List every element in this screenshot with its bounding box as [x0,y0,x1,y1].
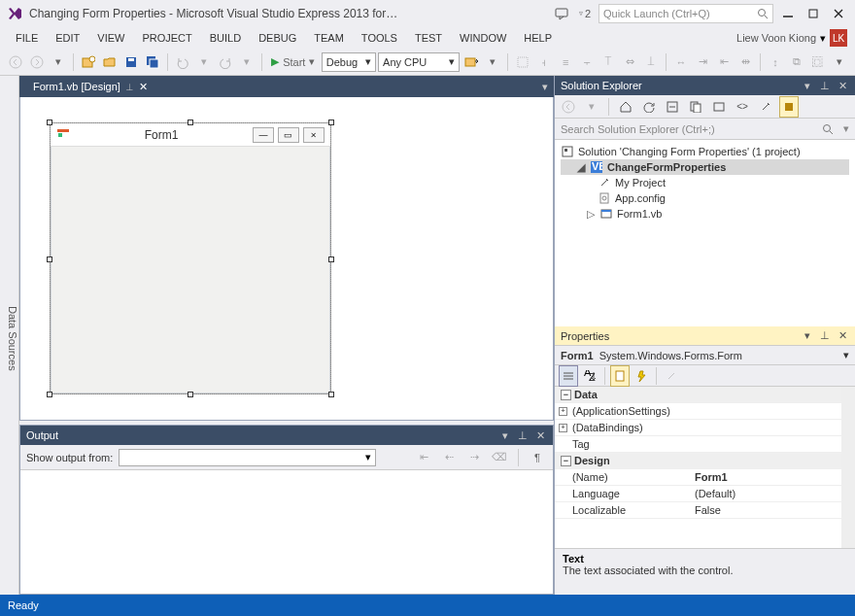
chevron-down-icon[interactable]: ▾ [194,51,214,73]
collapse-all-icon[interactable] [663,96,682,118]
align-left-button[interactable]: ⫞ [534,51,554,73]
collapse-icon[interactable]: − [561,456,571,466]
properties-object-selector[interactable]: Form1 System.Windows.Forms.Form ▾ [555,346,855,365]
hspace-remove-button[interactable]: ⇹ [735,51,755,73]
resize-handle[interactable] [328,392,334,397]
hspace-inc-button[interactable]: ⇥ [693,51,712,73]
resize-handle[interactable] [47,120,52,125]
close-icon[interactable]: ✕ [836,329,849,343]
expand-icon[interactable]: + [559,424,567,432]
solution-tree[interactable]: Solution 'Changing Form Properties' (1 p… [555,140,855,326]
collapse-icon[interactable]: − [561,390,571,400]
tree-node-project[interactable]: ◢ VB ChangeFormProperties [561,159,849,175]
window-position-icon[interactable]: ▾ [801,79,814,92]
align-bottom-button[interactable]: ⟘ [641,51,661,73]
window-position-icon[interactable]: ▾ [801,329,814,343]
align-grid-button[interactable] [513,51,532,73]
solution-explorer-header[interactable]: Solution Explorer ▾ ⊥ ✕ [555,76,855,95]
quick-launch-input[interactable]: Quick Launch (Ctrl+Q) [598,4,773,23]
hspace-dec-button[interactable]: ⇤ [714,51,734,73]
resize-handle[interactable] [328,120,334,125]
open-file-button[interactable] [100,51,120,73]
align-right-button[interactable]: ⫟ [577,51,597,73]
hspace-equal-button[interactable]: ↔ [671,51,691,73]
alphabetical-icon[interactable]: AZ [580,365,599,387]
start-debug-button[interactable]: ▶ Start ▾ [267,51,320,73]
pin-icon[interactable]: ⟂ [126,81,133,92]
notifications-icon[interactable]: 2 [575,4,595,23]
properties-header[interactable]: Properties ▾ ⊥ ✕ [555,326,855,346]
align-center-button[interactable]: ≡ [556,51,575,73]
back-icon[interactable] [559,96,578,118]
prop-value[interactable]: (Default) [691,486,841,501]
prop-value[interactable]: Form1 [691,469,841,485]
undo-button[interactable] [173,51,192,73]
tree-node-myproject[interactable]: My Project [561,175,849,190]
redo-button[interactable] [216,51,235,73]
user-account[interactable]: Liew Voon Kiong ▾ LK [736,29,847,47]
menu-project[interactable]: PROJECT [134,30,199,46]
show-all-files-icon[interactable] [686,96,705,118]
output-source-dropdown[interactable]: ▾ [119,449,376,466]
menu-team[interactable]: TEAM [306,30,352,46]
tree-node-solution[interactable]: Solution 'Changing Form Properties' (1 p… [561,144,849,159]
pin-icon[interactable]: ⊥ [516,428,530,442]
close-icon[interactable]: ✕ [139,81,148,93]
twisty-collapsed-icon[interactable]: ▷ [586,208,596,221]
resize-handle[interactable] [188,120,193,125]
new-project-button[interactable] [79,51,98,73]
resize-handle[interactable] [188,392,193,397]
data-sources-tab[interactable]: Data Sources [0,76,19,595]
find-message-button[interactable]: ⇤ [414,447,433,468]
properties-grid[interactable]: −Data +(ApplicationSettings) +(DataBindi… [555,387,841,548]
pin-icon[interactable]: ⊥ [818,329,832,343]
chevron-down-icon[interactable]: ▾ [843,122,849,135]
preview-icon[interactable] [709,96,729,118]
menu-tools[interactable]: TOOLS [354,30,405,46]
chevron-down-icon[interactable]: ▾ [49,51,68,73]
prop-value[interactable] [691,436,841,452]
prop-value[interactable]: False [691,502,841,518]
save-button[interactable] [121,51,141,73]
menu-help[interactable]: HELP [516,30,560,46]
feedback-icon[interactable] [552,4,571,23]
chevron-down-icon[interactable]: ▾ [483,51,502,73]
vspace-equal-button[interactable]: ↕ [766,51,785,73]
tree-node-appconfig[interactable]: App.config [561,190,849,206]
resize-handle[interactable] [47,257,52,262]
menu-file[interactable]: FILE [8,30,46,46]
events-icon[interactable] [632,365,651,387]
menu-edit[interactable]: EDIT [48,30,87,46]
menu-view[interactable]: VIEW [89,30,132,46]
prev-message-button[interactable]: ⇠ [439,447,459,468]
output-header[interactable]: Output ▾ ⊥ ✕ [20,426,553,445]
close-button[interactable] [828,4,849,23]
resize-handle[interactable] [47,392,52,397]
solution-platform-dropdown[interactable]: Any CPU▾ [378,52,460,72]
resize-handle[interactable] [328,257,334,262]
clear-all-button[interactable]: ⌫ [490,447,509,468]
property-pages-icon[interactable] [662,365,681,387]
prop-value[interactable] [691,403,841,419]
form-designer-surface[interactable]: Form1 — ▭ ⨉ [19,97,554,421]
nav-forward-button[interactable] [27,51,47,73]
tree-node-form1[interactable]: ▷ Form1.vb [561,206,849,222]
menu-window[interactable]: WINDOW [452,30,514,46]
expand-icon[interactable]: + [559,407,567,416]
next-message-button[interactable]: ⇢ [464,447,484,468]
send-back-button[interactable]: ⿴ [808,51,828,73]
chevron-down-icon[interactable]: ▾ [582,96,601,118]
output-text[interactable] [20,470,553,594]
maximize-button[interactable] [803,4,824,23]
window-position-icon[interactable]: ▾ [498,428,512,442]
toggle-wordwrap-button[interactable]: ¶ [528,447,547,468]
toolbar-overflow-button[interactable]: ▾ [830,51,849,73]
refresh-icon[interactable] [639,96,659,118]
menu-debug[interactable]: DEBUG [251,30,304,46]
scrollbar[interactable] [841,387,855,548]
solution-config-dropdown[interactable]: Debug▾ [322,52,376,72]
close-icon[interactable]: ✕ [533,428,547,442]
properties-icon[interactable] [756,96,775,118]
view-code-icon[interactable]: <> [733,96,752,118]
twisty-expanded-icon[interactable]: ◢ [576,161,586,174]
